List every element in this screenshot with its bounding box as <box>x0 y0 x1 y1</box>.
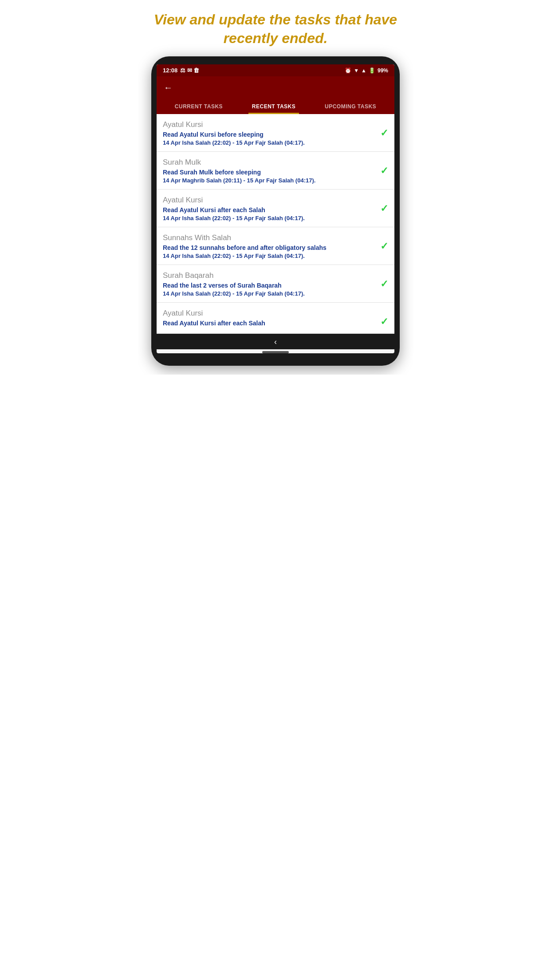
task-content: Surah Baqarah Read the last 2 verses of … <box>163 271 380 297</box>
task-title: Ayatul Kursi <box>163 309 376 318</box>
tabs-container: CURRENT TASKS RECENT TASKS UPCOMING TASK… <box>157 99 394 114</box>
task-description: Read Ayatul Kursi after each Salah <box>163 206 376 213</box>
wifi-icon: ▼ <box>354 67 359 74</box>
task-item[interactable]: Ayatul Kursi Read Ayatul Kursi after eac… <box>157 303 394 334</box>
tab-recent-tasks[interactable]: RECENT TASKS <box>248 99 299 114</box>
battery-icon: 🔋 <box>369 67 375 74</box>
signal-icon: ▲ <box>361 67 366 74</box>
page-title: View and update the tasks that have rece… <box>151 11 400 47</box>
check-icon: ✓ <box>380 278 388 290</box>
task-item[interactable]: Surah Baqarah Read the last 2 verses of … <box>157 265 394 303</box>
task-description: Read the 12 sunnahs before and after obl… <box>163 244 376 251</box>
task-title: Surah Baqarah <box>163 271 376 280</box>
task-item[interactable]: Ayatul Kursi Read Ayatul Kursi after eac… <box>157 190 394 227</box>
task-description: Read the last 2 verses of Surah Baqarah <box>163 282 376 289</box>
task-content: Ayatul Kursi Read Ayatul Kursi after eac… <box>163 309 380 328</box>
task-description: Read Ayatul Kursi before sleeping <box>163 131 376 138</box>
task-time: 14 Apr Maghrib Salah (20:11) - 15 Apr Fa… <box>163 177 376 184</box>
phone-screen: 12:08 ⚖ ✉ 🗑 ⏰ ▼ ▲ 🔋 99% ← CURRENT TASKS … <box>157 64 394 353</box>
alarm-icon: ⏰ <box>345 67 351 74</box>
check-icon: ✓ <box>380 165 388 177</box>
status-bar: 12:08 ⚖ ✉ 🗑 ⏰ ▼ ▲ 🔋 99% <box>157 64 394 76</box>
task-title: Ayatul Kursi <box>163 120 376 129</box>
task-item[interactable]: Ayatul Kursi Read Ayatul Kursi before sl… <box>157 114 394 152</box>
home-indicator <box>262 351 289 353</box>
task-time: 14 Apr Isha Salah (22:02) - 15 Apr Fajr … <box>163 253 376 259</box>
task-title: Sunnahs With Salah <box>163 233 376 242</box>
nav-back-icon[interactable]: ‹ <box>274 337 277 347</box>
status-right: ⏰ ▼ ▲ 🔋 99% <box>345 67 388 74</box>
task-time: 14 Apr Isha Salah (22:02) - 15 Apr Fajr … <box>163 290 376 297</box>
tab-current-tasks[interactable]: CURRENT TASKS <box>171 99 226 114</box>
status-icons: ⚖ ✉ 🗑 <box>180 67 199 74</box>
check-icon: ✓ <box>380 316 388 328</box>
bottom-nav: ‹ <box>157 334 394 349</box>
task-title: Ayatul Kursi <box>163 196 376 205</box>
task-content: Ayatul Kursi Read Ayatul Kursi before sl… <box>163 120 380 146</box>
task-title: Surah Mulk <box>163 158 376 167</box>
task-content: Ayatul Kursi Read Ayatul Kursi after eac… <box>163 196 380 221</box>
task-description: Read Surah Mulk before sleeping <box>163 169 376 176</box>
task-content: Sunnahs With Salah Read the 12 sunnahs b… <box>163 233 380 259</box>
check-icon: ✓ <box>380 127 388 139</box>
check-icon: ✓ <box>380 203 388 214</box>
phone-frame: 12:08 ⚖ ✉ 🗑 ⏰ ▼ ▲ 🔋 99% ← CURRENT TASKS … <box>151 56 400 366</box>
back-button[interactable]: ← <box>164 83 173 92</box>
task-time: 14 Apr Isha Salah (22:02) - 15 Apr Fajr … <box>163 215 376 221</box>
app-bar: ← <box>157 76 394 99</box>
task-item[interactable]: Surah Mulk Read Surah Mulk before sleepi… <box>157 152 394 190</box>
battery-percent: 99% <box>378 67 388 74</box>
check-icon: ✓ <box>380 241 388 252</box>
status-left: 12:08 ⚖ ✉ 🗑 <box>163 67 199 74</box>
task-time: 14 Apr Isha Salah (22:02) - 15 Apr Fajr … <box>163 139 376 146</box>
status-time: 12:08 <box>163 67 177 74</box>
task-content: Surah Mulk Read Surah Mulk before sleepi… <box>163 158 380 184</box>
task-list: Ayatul Kursi Read Ayatul Kursi before sl… <box>157 114 394 334</box>
tab-upcoming-tasks[interactable]: UPCOMING TASKS <box>321 99 380 114</box>
task-description: Read Ayatul Kursi after each Salah <box>163 320 376 327</box>
page-header: View and update the tasks that have rece… <box>138 0 413 56</box>
task-item[interactable]: Sunnahs With Salah Read the 12 sunnahs b… <box>157 227 394 265</box>
